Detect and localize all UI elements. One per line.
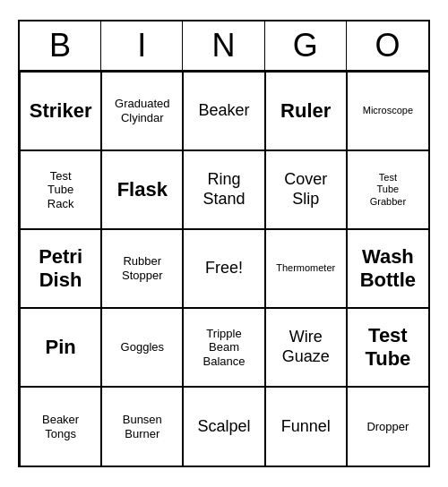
bingo-cell[interactable]: Goggles bbox=[101, 308, 183, 387]
bingo-cell[interactable]: Scalpel bbox=[183, 387, 264, 466]
bingo-cell[interactable]: Free! bbox=[183, 229, 264, 308]
bingo-card: BINGO StrikerGraduatedClyindarBeakerRule… bbox=[18, 20, 430, 467]
cell-text: WashBottle bbox=[360, 245, 416, 293]
bingo-cell[interactable]: TestTubeGrabber bbox=[347, 150, 428, 229]
cell-text: Striker bbox=[30, 99, 92, 123]
header-letter: N bbox=[183, 21, 264, 70]
cell-text: Scalpel bbox=[197, 417, 250, 437]
bingo-cell[interactable]: WireGuaze bbox=[265, 308, 347, 387]
header-letter: O bbox=[347, 21, 428, 70]
bingo-cell[interactable]: Pin bbox=[20, 308, 101, 387]
cell-text: Goggles bbox=[121, 340, 164, 355]
cell-text: Ruler bbox=[280, 99, 331, 123]
bingo-cell[interactable]: Ruler bbox=[265, 72, 347, 150]
cell-text: BeakerTongs bbox=[42, 413, 79, 440]
bingo-cell[interactable]: GraduatedClyindar bbox=[101, 72, 183, 150]
header-letter: I bbox=[101, 21, 183, 70]
bingo-cell[interactable]: Funnel bbox=[265, 387, 347, 466]
cell-text: Free! bbox=[205, 259, 243, 278]
cell-text: Pin bbox=[45, 336, 75, 359]
bingo-cell[interactable]: Beaker bbox=[183, 72, 264, 150]
bingo-cell[interactable]: Striker bbox=[20, 72, 101, 150]
bingo-cell[interactable]: BeakerTongs bbox=[20, 387, 101, 466]
header-letter: G bbox=[265, 21, 347, 70]
bingo-cell[interactable]: Thermometer bbox=[265, 229, 347, 308]
bingo-header: BINGO bbox=[20, 21, 428, 72]
cell-text: TrippleBeamBalance bbox=[203, 327, 246, 369]
bingo-cell[interactable]: Dropper bbox=[347, 387, 428, 466]
bingo-cell[interactable]: TestTube bbox=[347, 308, 428, 387]
cell-text: TestTube bbox=[365, 324, 410, 372]
bingo-cell[interactable]: BunsenBurner bbox=[101, 387, 183, 466]
bingo-cell[interactable]: RingStand bbox=[183, 150, 264, 229]
header-letter: B bbox=[20, 21, 101, 70]
cell-text: GraduatedClyindar bbox=[115, 97, 169, 124]
bingo-cell[interactable]: Flask bbox=[101, 150, 183, 229]
bingo-grid: StrikerGraduatedClyindarBeakerRulerMicro… bbox=[20, 72, 428, 466]
bingo-cell[interactable]: TrippleBeamBalance bbox=[183, 308, 264, 387]
cell-text: Dropper bbox=[366, 420, 409, 434]
bingo-cell[interactable]: PetriDish bbox=[20, 229, 101, 308]
bingo-cell[interactable]: Microscope bbox=[347, 72, 428, 150]
cell-text: TestTubeGrabber bbox=[370, 172, 406, 208]
bingo-cell[interactable]: TestTubeRack bbox=[20, 150, 101, 229]
cell-text: Flask bbox=[117, 178, 168, 201]
cell-text: WireGuaze bbox=[282, 328, 330, 366]
cell-text: RubberStopper bbox=[122, 254, 163, 282]
cell-text: Thermometer bbox=[276, 262, 335, 274]
bingo-cell[interactable]: CoverSlip bbox=[265, 150, 347, 229]
bingo-cell[interactable]: RubberStopper bbox=[101, 229, 183, 308]
cell-text: CoverSlip bbox=[284, 170, 327, 209]
cell-text: BunsenBurner bbox=[123, 413, 162, 440]
cell-text: Microscope bbox=[363, 105, 413, 116]
cell-text: RingStand bbox=[202, 170, 245, 209]
cell-text: Funnel bbox=[281, 417, 331, 437]
bingo-cell[interactable]: WashBottle bbox=[347, 229, 428, 308]
cell-text: Beaker bbox=[198, 101, 249, 121]
cell-text: PetriDish bbox=[39, 245, 82, 293]
cell-text: TestTubeRack bbox=[47, 169, 74, 211]
